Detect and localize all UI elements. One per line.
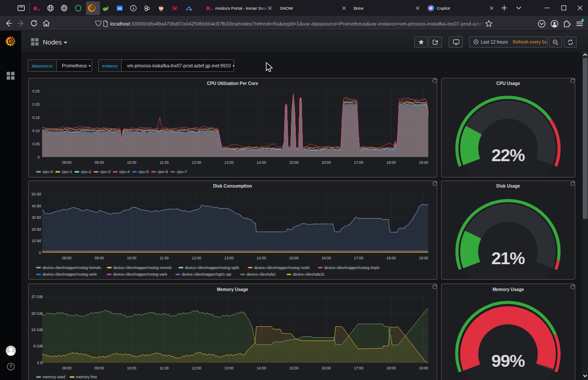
svg-text:09:00: 09:00 [95, 160, 104, 165]
svg-text:cpu=1: cpu=1 [62, 170, 72, 174]
svg-text:09:00: 09:00 [95, 366, 104, 370]
svg-text:12:00: 12:00 [192, 160, 201, 165]
svg-text:19 GiB: 19 GiB [31, 328, 43, 332]
svg-text:Memory Usage: Memory Usage [492, 287, 524, 292]
svg-text:cpu=7: cpu=7 [177, 170, 187, 174]
svg-text:device=/dev/sda1: device=/dev/sda1 [246, 273, 276, 277]
svg-text:device=/dev/mapper/rootvg-varl: device=/dev/mapper/rootvg-varlv [113, 273, 168, 277]
svg-text:0.25: 0.25 [32, 89, 40, 93]
svg-text:13:00: 13:00 [224, 160, 234, 165]
svg-text:17:00: 17:00 [354, 366, 364, 370]
svg-text:10 Bil: 10 Bil [32, 239, 41, 243]
svg-text:20 Bil: 20 Bil [32, 227, 41, 232]
svg-text:device=/dev/mapper/rootvg-usrl: device=/dev/mapper/rootvg-usrlv [43, 273, 97, 277]
svg-text:10:00: 10:00 [127, 366, 137, 370]
svg-text:37 GiB: 37 GiB [31, 295, 43, 299]
svg-text:15:00: 15:00 [289, 160, 299, 165]
svg-text:14:00: 14:00 [257, 256, 266, 260]
svg-text:11:00: 11:00 [160, 160, 169, 165]
svg-text:22%: 22% [491, 145, 525, 165]
svg-text:08:00: 08:00 [62, 256, 72, 260]
svg-text:18:00: 18:00 [387, 160, 396, 165]
svg-text:device=/dev/mapper/vg01-opt: device=/dev/mapper/vg01-opt [182, 273, 232, 277]
svg-text:08:00: 08:00 [62, 160, 72, 165]
svg-text:19:00: 19:00 [419, 160, 428, 165]
svg-text:15:00: 15:00 [289, 256, 299, 260]
svg-text:cpu=2: cpu=2 [81, 170, 92, 174]
svg-text:13:00: 13:00 [224, 366, 234, 370]
svg-text:cpu=5: cpu=5 [138, 170, 149, 174]
svg-text:device=/dev/mapper/rootvg-nmon: device=/dev/mapper/rootvg-nmonlv [113, 266, 172, 270]
svg-text:memory used: memory used [43, 375, 66, 379]
svg-text:?: ? [9, 364, 12, 369]
svg-text:18:00: 18:00 [387, 366, 396, 370]
svg-text:0.05: 0.05 [32, 142, 40, 146]
svg-text:99%: 99% [491, 351, 525, 370]
svg-text:0: 0 [37, 155, 40, 159]
svg-text:device=/dev/mapper/rootvg-root: device=/dev/mapper/rootvg-rootlv [254, 266, 310, 270]
svg-text:17:00: 17:00 [354, 256, 364, 260]
svg-text:a: a [206, 4, 210, 11]
svg-text:19:00: 19:00 [419, 366, 428, 370]
svg-text:memory free: memory free [76, 375, 97, 379]
svg-text:30 Bil: 30 Bil [32, 216, 41, 220]
svg-text:11:00: 11:00 [160, 256, 169, 260]
svg-text:50 Bil: 50 Bil [32, 192, 41, 197]
svg-text:0.10: 0.10 [32, 129, 40, 133]
svg-text:09:00: 09:00 [95, 256, 104, 260]
svg-text:12:00: 12:00 [192, 256, 201, 260]
svg-text:40 Bil: 40 Bil [32, 204, 41, 208]
svg-text:18:00: 18:00 [387, 256, 396, 260]
svg-text:Memory Usage: Memory Usage [217, 287, 249, 292]
svg-text:13:00: 13:00 [224, 256, 234, 260]
svg-text:CPU Utilization Per Core: CPU Utilization Per Core [207, 81, 258, 86]
svg-text:14:00: 14:00 [257, 366, 266, 370]
svg-text:Disk Usage: Disk Usage [496, 184, 520, 188]
svg-text:10:00: 10:00 [127, 160, 137, 165]
svg-text:cpu=4: cpu=4 [119, 170, 130, 174]
svg-text:19:00: 19:00 [419, 256, 428, 260]
svg-text:11:00: 11:00 [160, 366, 169, 370]
svg-text:0.20: 0.20 [32, 102, 40, 107]
svg-text:device=/dev/mapper/rootvg-optl: device=/dev/mapper/rootvg-optlv [185, 266, 240, 270]
svg-text:a: a [33, 4, 37, 11]
svg-text:0 B: 0 B [37, 361, 43, 365]
svg-text:9 GiB: 9 GiB [33, 344, 43, 348]
svg-text:cpu=0: cpu=0 [43, 170, 53, 174]
svg-text:device=/dev/sda15: device=/dev/sda15 [293, 273, 324, 277]
svg-text:device=/dev/mapper/rootvg-tmpl: device=/dev/mapper/rootvg-tmplv [324, 266, 380, 270]
svg-text:cpu=3: cpu=3 [100, 170, 111, 174]
svg-text:16:00: 16:00 [322, 256, 331, 260]
svg-text:|o|: |o| [118, 6, 122, 10]
svg-text:0.15: 0.15 [32, 115, 40, 120]
svg-text:15:00: 15:00 [289, 366, 299, 370]
svg-text:cpu=6: cpu=6 [158, 170, 168, 174]
svg-text:17:00: 17:00 [354, 160, 364, 165]
svg-text:08:00: 08:00 [62, 366, 72, 370]
svg-text:0: 0 [39, 251, 41, 255]
svg-text:CPU Usage: CPU Usage [496, 81, 520, 86]
svg-text:28 GiB: 28 GiB [31, 311, 43, 316]
svg-text:21%: 21% [491, 248, 525, 268]
svg-text:16:00: 16:00 [322, 160, 331, 165]
svg-text:14:00: 14:00 [257, 160, 266, 165]
svg-text:12:00: 12:00 [192, 366, 201, 370]
svg-text:device=/dev/mapper/rootvg-home: device=/dev/mapper/rootvg-homelv [43, 266, 102, 270]
svg-text:Disk Consumption: Disk Consumption [213, 184, 252, 188]
svg-text:10:00: 10:00 [127, 256, 137, 260]
svg-text:16:00: 16:00 [322, 366, 331, 370]
